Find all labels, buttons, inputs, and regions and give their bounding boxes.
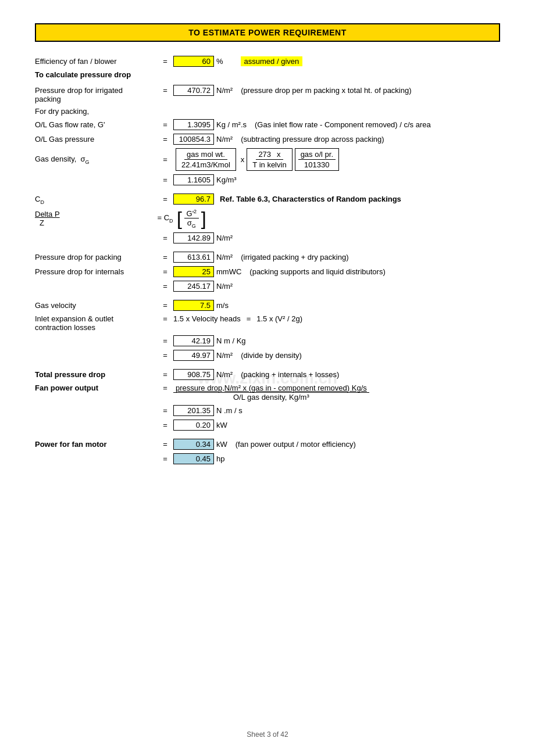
gas-velocity-row: Gas velocity = 7.5 m/s xyxy=(35,300,500,311)
ol-gas-flow-label: O/L Gas flow rate, G' xyxy=(35,120,157,129)
cd-label: CD xyxy=(35,195,157,205)
delta-p-unit: N/m² xyxy=(216,234,233,242)
page-header: TO ESTIMATE POWER REQUIREMENT xyxy=(35,23,500,42)
packing-pd-unit: N/m² xyxy=(216,253,233,261)
irrigated-eq: = xyxy=(157,86,173,95)
irrigated-unit: N/m² xyxy=(216,86,233,95)
fan-motor-value2[interactable]: 0.45 xyxy=(173,453,214,464)
footer-text: Sheet 3 of 42 xyxy=(247,730,288,739)
gas-mol-wt-bracket: gas mol wt. 22.41m3/Kmol xyxy=(176,148,236,171)
fan-motor-note1: (fan power output / motor efficiency) xyxy=(236,440,356,449)
fan-motor-row1: Power for fan motor = 0.34 kW (fan power… xyxy=(35,439,500,450)
internals-pd-value1[interactable]: 25 xyxy=(173,266,214,277)
inlet-exp-row2: = 42.19 N m / Kg xyxy=(35,335,500,346)
fan-motor-unit2: hp xyxy=(216,454,224,463)
ol-gas-pressure-label: O/L Gas pressure xyxy=(35,135,157,144)
gas-mol-wt-fraction: gas mol wt. 22.41m3/Kmol xyxy=(176,148,236,171)
packing-pd-value[interactable]: 613.61 xyxy=(173,252,214,263)
open-bracket: [ xyxy=(177,208,182,229)
gas-density-label: Gas density, σG xyxy=(35,155,157,165)
delta-p-label: Delta P Z xyxy=(35,210,157,227)
gp2-top: G'2 xyxy=(184,209,199,218)
fan-power-unit2: N .m / s xyxy=(216,406,242,415)
delta-p-text: Delta P xyxy=(35,210,60,218)
gas-density-value[interactable]: 1.1605 xyxy=(173,174,214,185)
irrigated-label: Pressure drop for irrigatedpacking xyxy=(35,86,157,103)
delta-p-formula-row: Delta P Z = CD [ G'2 σG ] xyxy=(35,209,500,229)
fan-power-formula: pressure drop,N/m² x (gas in - component… xyxy=(173,384,369,402)
fan-power-row2: = 201.35 N .m / s xyxy=(35,405,500,416)
efficiency-row: Efficiency of fan / blower = 60 % assume… xyxy=(35,56,500,67)
internals-pd-value2[interactable]: 245.17 xyxy=(173,281,214,292)
delta-p-value[interactable]: 142.89 xyxy=(173,232,214,243)
page-footer: Sheet 3 of 42 xyxy=(0,730,535,739)
ol-gas-pressure-row: O/L Gas pressure = 100854.3 N/m² (subtra… xyxy=(35,134,500,145)
ol-gas-pressure-note: (subtracting pressure drop across packin… xyxy=(241,135,384,144)
sigma-bot: σG xyxy=(185,218,198,229)
cd-ref: Ref. Table 6.3, Characterstics of Random… xyxy=(220,195,401,203)
total-pd-value[interactable]: 908.75 xyxy=(173,369,214,380)
irrigated-value[interactable]: 470.72 xyxy=(173,85,214,96)
fan-motor-row2: = 0.45 hp xyxy=(35,453,500,464)
dry-packing-section: For dry packing, O/L Gas flow rate, G' =… xyxy=(35,107,500,185)
inlet-expansion-section: Inlet expansion & outletcontraction loss… xyxy=(35,314,500,361)
fan-motor-unit1: kW xyxy=(216,440,227,449)
internals-pd-row2: = 245.17 N/m² xyxy=(35,281,500,292)
cd-value[interactable]: 96.7 xyxy=(173,194,214,205)
inlet-exp-note4: (divide by density) xyxy=(241,351,302,360)
gas-density-value-row: = 1.1605 Kg/m³ xyxy=(35,174,500,185)
efficiency-value[interactable]: 60 xyxy=(173,56,214,67)
fan-power-unit3: kW xyxy=(216,421,227,429)
ol-gas-flow-unit: Kg / m².s xyxy=(216,120,247,129)
packing-pd-note: (irrigated packing + dry packing) xyxy=(241,253,348,261)
pressure-fraction: gas o/l pr. 101330 xyxy=(295,148,339,171)
gas-density-row: Gas density, σG = gas mol wt. 22.41m3/Km… xyxy=(35,148,500,171)
irrigated-note: (pressure drop per m packing x total ht.… xyxy=(241,86,411,95)
efficiency-unit: % xyxy=(216,57,223,66)
pressure-top: gas o/l pr. xyxy=(298,149,336,160)
gp2-over-sigma: G'2 σG xyxy=(184,209,199,229)
packing-pd-row: Pressure drop for packing = 613.61 N/m² … xyxy=(35,252,500,263)
efficiency-label: Efficiency of fan / blower xyxy=(35,57,157,66)
inlet-exp-row3: = 49.97 N/m² (divide by density) xyxy=(35,350,500,361)
pressure-drop-heading: To calculate pressure drop xyxy=(35,70,500,79)
inlet-exp-value4[interactable]: 49.97 xyxy=(173,350,214,361)
inlet-exp-unit4: N/m² xyxy=(216,351,233,360)
delta-p-bracket: [ G'2 σG ] xyxy=(177,209,206,229)
fan-power-section: Fan power output = pressure drop,N/m² x … xyxy=(35,384,500,431)
formula-bot: O/L gas density, Kg/m³ xyxy=(231,393,312,402)
gas-velocity-value[interactable]: 7.5 xyxy=(173,300,214,311)
total-pd-unit: N/m² xyxy=(216,370,233,379)
temp-bot: T in kelvin xyxy=(250,160,288,170)
inlet-exp-value3[interactable]: 42.19 xyxy=(173,335,214,346)
gas-mol-top: gas mol wt. xyxy=(184,149,227,160)
gas-velocity-unit: m/s xyxy=(216,301,229,310)
inlet-exp-row1: Inlet expansion & outletcontraction loss… xyxy=(35,314,500,332)
fan-power-value3[interactable]: 0.20 xyxy=(173,420,214,431)
multiply-sign: x xyxy=(241,155,245,164)
close-bracket: ] xyxy=(201,208,206,229)
ol-gas-flow-note: (Gas inlet flow rate - Component removed… xyxy=(255,120,431,129)
inlet-exp-text2: 1.5 x (V² / 2g) xyxy=(256,314,302,323)
efficiency-note: assumed / given xyxy=(241,56,303,66)
ol-gas-pressure-value[interactable]: 100854.3 xyxy=(173,134,214,145)
cd-row: CD = 96.7 Ref. Table 6.3, Characterstics… xyxy=(35,194,500,205)
formula-top: pressure drop,N/m² x (gas in - component… xyxy=(173,384,369,393)
fan-power-value2[interactable]: 201.35 xyxy=(173,405,214,416)
gas-mol-bot: 22.41m3/Kmol xyxy=(179,160,233,170)
fan-motor-section: Power for fan motor = 0.34 kW (fan power… xyxy=(35,439,500,464)
temp-fraction: 273x T in kelvin xyxy=(247,148,292,171)
internals-pd-label: Pressure drop for internals xyxy=(35,267,157,276)
total-pd-label: Total pressure drop xyxy=(35,370,157,379)
pressure-bot: 101330 xyxy=(302,160,331,170)
efficiency-eq: = xyxy=(157,57,173,66)
internals-pd-section: Pressure drop for internals = 25 mmWC (p… xyxy=(35,266,500,292)
inlet-exp-unit3: N m / Kg xyxy=(216,336,246,345)
fan-motor-value1[interactable]: 0.34 xyxy=(173,439,214,450)
inlet-exp-text1: 1.5 x Velocity heads xyxy=(173,314,241,323)
packing-pd-label: Pressure drop for packing xyxy=(35,253,157,261)
gas-density-unit: Kg/m³ xyxy=(216,175,237,184)
ol-gas-pressure-unit: N/m² xyxy=(216,135,233,144)
ol-gas-flow-value[interactable]: 1.3095 xyxy=(173,119,214,130)
delta-p-value-row: = 142.89 N/m² xyxy=(35,232,500,243)
